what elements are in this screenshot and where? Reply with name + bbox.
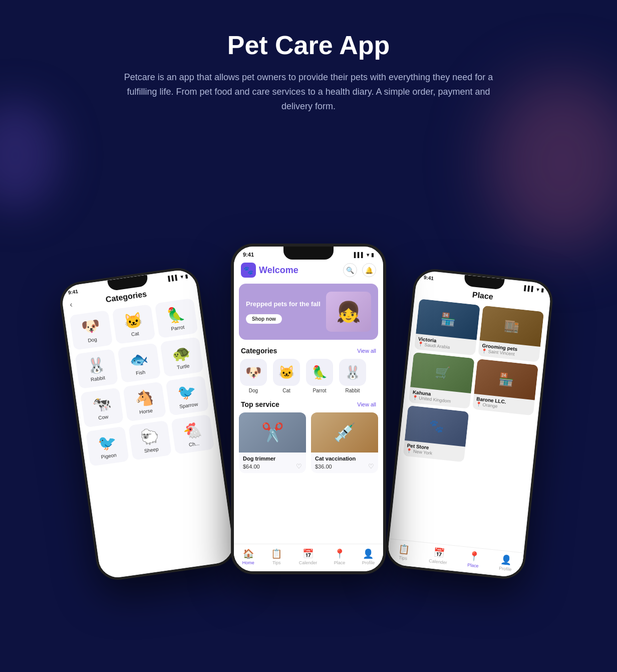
grid-cat-fish[interactable]: 🐟 Fish [117,343,161,383]
dog-label: Dog [88,337,98,343]
parrot-label: Parrot [171,324,185,332]
profile-nav-label: Profile [362,560,375,565]
page-title: Pet Care App [50,30,567,60]
right-calendar-nav-label: Calender [429,558,447,565]
back-button[interactable]: ‹ [69,300,73,310]
sparrow-icon: 🐦 [176,382,197,402]
right-nav-calendar[interactable]: 📅 Calender [429,547,449,566]
places-grid: 🏪 Victoria 📍 Saudi Arabia 🏬 Grooming pet… [398,297,549,472]
dog-trimmer-favorite[interactable]: ♡ [296,463,302,470]
right-tips-nav-icon: 📋 [398,543,410,555]
service-row: ✂️ Dog trimmer $64.00 ♡ 💉 Cat vaccinatio… [234,412,383,478]
notch-center [283,247,334,260]
grid-cat-sheep[interactable]: 🐑 Sheep [128,420,172,461]
grid-cat-rabbit[interactable]: 🐰 Rabbit [75,349,118,389]
notification-button[interactable]: 🔔 [362,263,376,277]
cow-label: Cow [98,414,109,421]
service-card-cat-vaccination[interactable]: 💉 Cat vaccination $36.00 ♡ [311,412,378,473]
grid-cat-turtle[interactable]: 🐢 Turtle [160,337,204,377]
home-nav-icon: 🏠 [243,548,254,559]
calendar-nav-label: Calender [299,560,318,565]
cat-vaccination-image: 💉 [311,412,378,453]
place-kahuna[interactable]: 🛒 Kahuna 📍 United Kingdom [409,352,475,409]
cat-item-dog[interactable]: 🐶 Dog [239,359,268,393]
cat-item-cat[interactable]: 🐱 Cat [272,359,301,393]
place-pet-store[interactable]: 🐾 Pet Store 📍 New York [403,405,469,462]
right-place-nav-icon: 📍 [468,551,480,563]
nav-profile[interactable]: 👤 Profile [362,548,375,565]
right-phone: 9:41 ▌▌▌ ▾ ▮ Place 🏪 Victoria 📍 Saudi Ar… [384,267,554,581]
categories-section-title: Categories [241,347,277,355]
parrot-cat-label: Parrot [313,388,326,393]
grid-cat-horse[interactable]: 🐴 Horse [123,382,166,422]
horse-icon: 🐴 [134,388,155,408]
app-logo: 🐾 Welcome [241,263,298,278]
dog-trimmer-price-row: $64.00 ♡ [243,463,302,470]
cat-vaccination-price-row: $36.00 ♡ [315,463,374,470]
chicken-label: Ch... [188,440,199,447]
right-profile-nav-label: Profile [499,566,512,572]
service-card-dog-trimmer[interactable]: ✂️ Dog trimmer $64.00 ♡ [239,412,306,473]
victoria-image: 🏪 [416,299,480,340]
dog-trimmer-info: Dog trimmer $64.00 ♡ [239,453,306,473]
right-profile-nav-icon: 👤 [500,554,512,566]
sheep-icon: 🐑 [139,427,160,447]
right-nav-profile[interactable]: 👤 Profile [499,554,513,572]
shop-now-button[interactable]: Shop now [246,314,282,324]
grid-cat-chicken[interactable]: 🐔 Ch... [171,414,214,455]
grid-cat-sparrow[interactable]: 🐦 Sparrow [165,376,209,416]
grid-cat-cow[interactable]: 🐄 Cow [80,388,124,428]
nav-home[interactable]: 🏠 Home [242,548,254,565]
tips-nav-label: Tips [272,560,281,565]
pigeon-icon: 🐦 [97,433,118,453]
right-nav-tips[interactable]: 📋 Tips [397,543,410,561]
nav-place[interactable]: 📍 Place [334,548,346,565]
cat-item-parrot[interactable]: 🦜 Parrot [305,359,334,393]
app-logo-icon: 🐾 [241,263,256,278]
nav-calendar[interactable]: 📅 Calender [299,548,318,565]
place-nav-label: Place [334,560,346,565]
cat-item-rabbit[interactable]: 🐰 Rabbit [338,359,367,393]
place-victoria[interactable]: 🏪 Victoria 📍 Saudi Arabia [414,299,480,356]
right-place-nav-label: Place [467,563,479,569]
status-time-left: 9:41 [68,289,78,296]
view-all-services[interactable]: View all [357,401,376,407]
right-tips-nav-label: Tips [399,555,408,561]
promo-banner[interactable]: Prepped pets for the fall Shop now 👧 [239,284,378,340]
dog-cat-icon: 🐶 [240,359,267,386]
nav-tips[interactable]: 📋 Tips [271,548,282,565]
pigeon-label: Pigeon [101,453,117,460]
grid-cat-pigeon[interactable]: 🐦 Pigeon [86,426,129,467]
sparrow-label: Sparrow [179,401,198,409]
top-service-section-header: Top service View all [234,398,383,412]
right-status-time: 9:41 [424,275,434,281]
cat-cat-label: Cat [282,388,290,393]
place-grooming-pets[interactable]: 🏬 Grooming pets 📍 Saint Vincent [478,306,544,362]
cat-vaccination-info: Cat vaccination $36.00 ♡ [311,453,378,473]
banner-text: Prepped pets for the fall Shop now [246,300,326,324]
cat-cat-icon: 🐱 [273,359,300,386]
place-barone[interactable]: 🏪 Barone LLC. 📍 Orange [472,359,538,415]
categories-row: 🐶 Dog 🐱 Cat 🦜 Parrot 🐰 Rabbit [234,359,383,398]
center-phone: 9:41 ▌▌▌ ▾ ▮ 🐾 Welcome 🔍 🔔 [231,244,386,574]
right-calendar-nav-icon: 📅 [433,547,445,559]
cat-vaccination-favorite[interactable]: ♡ [368,463,374,470]
cat-vaccination-price: $36.00 [315,464,332,470]
calendar-nav-icon: 📅 [302,548,314,559]
page-description: Petcare is an app that allows pet owners… [113,70,504,113]
phones-showcase: 9:41 ▌▌▌ ▾ ▮ ‹ Categories 🐶 Dog 🐱 [0,133,617,594]
sheep-label: Sheep [144,446,159,454]
top-service-title: Top service [241,400,279,408]
rabbit-cat-label: Rabbit [346,388,360,393]
grid-cat-parrot[interactable]: 🦜 Parrot [155,298,198,338]
barone-image: 🏪 [474,359,538,400]
view-all-categories[interactable]: View all [357,348,376,354]
grid-cat-cat[interactable]: 🐱 Cat [112,304,156,344]
grooming-pets-image: 🏬 [480,306,544,347]
categories-grid: 🐶 Dog 🐱 Cat 🦜 Parrot 🐰 Rabbit 🐟 F [64,295,220,471]
right-nav-place[interactable]: 📍 Place [467,551,480,569]
app-header: 🐾 Welcome 🔍 🔔 [234,260,383,282]
rabbit-cat-icon: 🐰 [339,359,366,386]
grid-cat-dog[interactable]: 🐶 Dog [69,310,113,350]
search-button[interactable]: 🔍 [343,263,357,277]
